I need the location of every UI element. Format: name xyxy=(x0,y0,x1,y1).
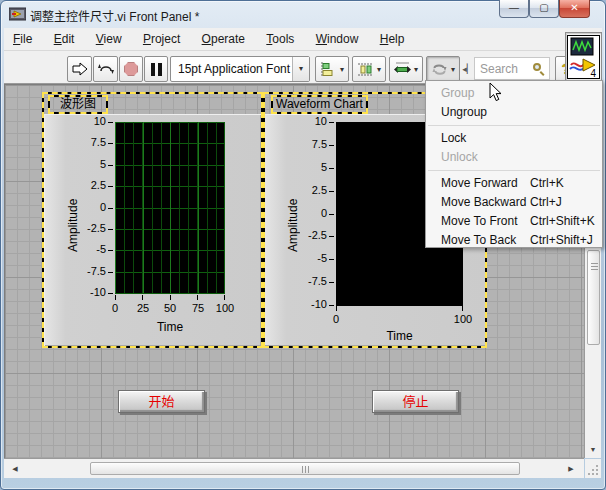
run-arrow-icon xyxy=(72,62,88,76)
menu-help[interactable]: Help xyxy=(371,28,414,49)
y-tick: 10 xyxy=(66,115,106,129)
y-tick: -5 xyxy=(287,252,327,266)
align-objects-button[interactable]: ▾ xyxy=(315,56,349,82)
pause-icon xyxy=(151,63,162,76)
menu-tools[interactable]: Tools xyxy=(257,28,303,49)
menu-item-move-to-front[interactable]: Move To FrontCtrl+Shift+K xyxy=(426,212,602,231)
menu-separator xyxy=(428,125,600,126)
chevron-down-icon[interactable]: ▾ xyxy=(451,65,455,74)
start-button[interactable]: 开始 xyxy=(118,390,205,413)
y-tick: 0 xyxy=(287,207,327,221)
vi-icon[interactable]: 4 xyxy=(565,32,602,82)
distribute-objects-button[interactable]: ▾ xyxy=(352,56,386,82)
menu-file[interactable]: File xyxy=(4,28,41,49)
chevron-down-icon[interactable]: ▾ xyxy=(414,65,418,74)
labview-front-panel-window: 调整主控件尺寸.vi Front Panel * — ▢ ✕ File Edit… xyxy=(0,0,606,490)
title-bar[interactable]: 调整主控件尺寸.vi Front Panel * — ▢ ✕ xyxy=(0,0,606,28)
waveform-graph[interactable]: Amplitude 10 7.5 5 2.5 0 -2.5 -5 -7.5 -1… xyxy=(44,114,261,346)
x-axis-label: Time xyxy=(336,329,463,343)
maximize-button[interactable]: ▢ xyxy=(529,0,559,18)
search-icon[interactable] xyxy=(533,63,545,75)
x-tick: 75 xyxy=(183,302,213,315)
y-tick: 7.5 xyxy=(287,138,327,152)
distribute-objects-icon xyxy=(357,62,374,77)
menu-separator xyxy=(428,170,600,171)
y-tick: -10 xyxy=(287,298,327,312)
menu-bar: File Edit View Project Operate Tools Win… xyxy=(4,28,602,51)
chevron-down-icon[interactable]: ▾ xyxy=(292,57,309,81)
y-tick: 2.5 xyxy=(287,184,327,198)
menu-item-unlock: Unlock xyxy=(426,148,602,167)
abort-button[interactable] xyxy=(119,56,143,82)
chevron-down-icon[interactable]: ▾ xyxy=(340,65,344,74)
vertical-scrollbar-thumb[interactable] xyxy=(587,250,600,345)
reorder-objects-button[interactable]: ▾ xyxy=(426,56,460,82)
y-tick: 0 xyxy=(66,201,106,215)
menu-view[interactable]: View xyxy=(87,28,131,49)
y-tick: -5 xyxy=(66,243,106,257)
font-selector-value: 15pt Application Font xyxy=(171,62,292,76)
align-objects-icon xyxy=(320,62,337,77)
y-tick: -2.5 xyxy=(287,229,327,243)
x-tick: 0 xyxy=(321,313,351,326)
app-icon xyxy=(9,6,26,22)
menu-item-ungroup[interactable]: Ungroup xyxy=(426,103,602,122)
y-tick: -7.5 xyxy=(66,265,106,279)
chevron-down-icon[interactable]: ▾ xyxy=(377,65,381,74)
run-button[interactable] xyxy=(67,56,92,82)
resize-objects-icon xyxy=(394,62,411,77)
y-tick: -2.5 xyxy=(66,222,106,236)
search-collapse-handle[interactable]: ◂▏ xyxy=(462,59,474,79)
search-input[interactable]: Search xyxy=(474,57,550,80)
run-continuous-button[interactable] xyxy=(93,56,118,82)
scroll-right-icon[interactable]: ▶ xyxy=(566,465,576,473)
y-tick: 5 xyxy=(287,161,327,175)
y-tick: 5 xyxy=(66,158,106,172)
font-selector[interactable]: 15pt Application Font ▾ xyxy=(170,56,310,82)
resize-grip[interactable] xyxy=(585,459,601,478)
y-tick: 10 xyxy=(287,115,327,129)
menu-edit[interactable]: Edit xyxy=(45,28,84,49)
x-tick: 25 xyxy=(128,302,158,315)
menu-item-group: Group xyxy=(426,84,602,103)
y-tick: 7.5 xyxy=(66,136,106,150)
waveform-graph-label[interactable]: 波形图 xyxy=(48,95,108,114)
mouse-cursor xyxy=(489,82,502,102)
vi-badge-count: 4 xyxy=(590,68,596,79)
menu-item-lock[interactable]: Lock xyxy=(426,129,602,148)
menu-project[interactable]: Project xyxy=(134,28,189,49)
y-tick: 2.5 xyxy=(66,179,106,193)
search-placeholder: Search xyxy=(475,62,533,76)
window-title: 调整主控件尺寸.vi Front Panel * xyxy=(30,7,199,24)
menu-item-move-forward[interactable]: Move ForwardCtrl+K xyxy=(426,174,602,193)
stop-octagon-icon xyxy=(124,62,138,76)
continuous-run-icon xyxy=(98,62,114,76)
resize-objects-button[interactable]: ▾ xyxy=(389,56,423,82)
x-axis-label: Time xyxy=(115,320,225,334)
menu-window[interactable]: Window xyxy=(307,28,368,49)
x-tick: 100 xyxy=(210,302,240,315)
x-tick: 100 xyxy=(448,313,478,326)
horizontal-scrollbar-thumb[interactable] xyxy=(90,462,520,475)
y-tick: -10 xyxy=(66,286,106,300)
x-tick: 50 xyxy=(155,302,185,315)
horizontal-scrollbar[interactable]: ◀ ▶ xyxy=(4,458,584,478)
minimize-button[interactable]: — xyxy=(499,0,529,18)
plot-area-waveform-graph[interactable] xyxy=(115,122,225,294)
scroll-left-icon[interactable]: ◀ xyxy=(10,465,20,473)
close-button[interactable]: ✕ xyxy=(559,0,590,18)
stop-button[interactable]: 停止 xyxy=(372,390,459,413)
x-tick: 0 xyxy=(100,302,130,315)
menu-item-move-backward[interactable]: Move BackwardCtrl+J xyxy=(426,193,602,212)
vi-icon-image: 4 xyxy=(567,35,600,79)
menu-operate[interactable]: Operate xyxy=(193,28,254,49)
pause-button[interactable] xyxy=(144,56,168,82)
y-tick: -7.5 xyxy=(287,275,327,289)
waveform-chart-label[interactable]: Waveform Chart xyxy=(271,95,368,114)
reorder-context-menu: Group Ungroup Lock Unlock Move ForwardCt… xyxy=(425,80,603,248)
menu-item-move-to-back[interactable]: Move To BackCtrl+Shift+J xyxy=(426,231,602,250)
scroll-down-icon[interactable]: ▼ xyxy=(585,446,601,453)
reorder-icon xyxy=(431,62,448,77)
